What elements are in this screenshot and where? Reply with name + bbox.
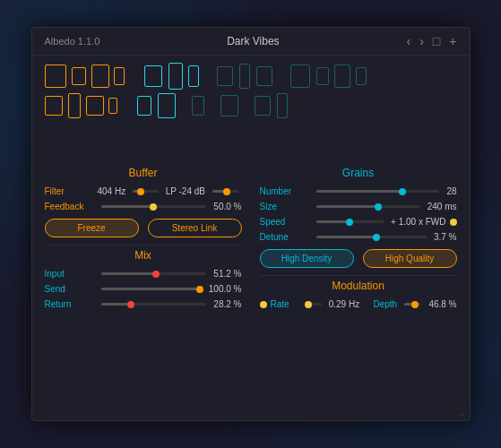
feedback-value: 50.0 % bbox=[213, 202, 241, 211]
high-quality-button[interactable]: High Quality bbox=[363, 249, 457, 268]
number-row: Number 28 bbox=[260, 186, 457, 196]
depth-value: 46.8 % bbox=[428, 299, 456, 309]
detune-label: Detune bbox=[260, 232, 309, 242]
rate-dot bbox=[260, 301, 267, 308]
send-thumb bbox=[196, 286, 203, 293]
rate-value: 0.29 Hz bbox=[329, 299, 359, 309]
return-slider[interactable] bbox=[101, 303, 207, 306]
wblock bbox=[144, 65, 162, 87]
wblock bbox=[86, 96, 104, 116]
waveform-row-2 bbox=[45, 93, 457, 118]
filter-slider[interactable] bbox=[133, 190, 159, 193]
filter-label: Filter bbox=[45, 186, 94, 196]
window-controls: ‹ › □ + bbox=[406, 35, 456, 47]
wblock bbox=[45, 96, 63, 116]
grain-buttons: High Density High Quality bbox=[260, 249, 457, 268]
wblock bbox=[45, 65, 66, 88]
right-panel: Grains Number 28 Size 240 ms bbox=[260, 167, 457, 314]
wblock bbox=[277, 93, 288, 118]
speed-slider[interactable] bbox=[316, 220, 384, 223]
send-label: Send bbox=[45, 284, 94, 294]
wblock bbox=[239, 64, 250, 89]
input-fill bbox=[101, 272, 156, 275]
grains-title: Grains bbox=[260, 167, 457, 179]
resize-handle[interactable]: ⌟ bbox=[460, 407, 464, 417]
size-slider[interactable] bbox=[316, 205, 420, 208]
wblock bbox=[192, 96, 204, 116]
detune-thumb bbox=[373, 234, 380, 241]
wblock bbox=[168, 63, 183, 90]
send-fill bbox=[101, 288, 202, 290]
left-panel: Buffer Filter 404 Hz LP -24 dB Feedback bbox=[45, 167, 242, 314]
feedback-label: Feedback bbox=[45, 202, 94, 211]
filter-hz-value: 404 Hz bbox=[98, 186, 126, 196]
input-label: Input bbox=[45, 269, 94, 279]
feedback-row: Feedback 50.0 % bbox=[45, 202, 242, 211]
title-bar: Albedo 1.1.0 Dark Vibes ‹ › □ + bbox=[32, 28, 470, 56]
wblock bbox=[334, 65, 350, 88]
depth-slider[interactable] bbox=[404, 303, 421, 306]
buffer-buttons: Freeze Stereo Link bbox=[45, 219, 242, 237]
input-slider[interactable] bbox=[101, 272, 207, 275]
return-label: Return bbox=[45, 299, 94, 309]
size-thumb bbox=[375, 203, 382, 211]
speed-row: Speed + 1.00 x FWD bbox=[260, 217, 457, 227]
divider-mod bbox=[260, 275, 457, 276]
feedback-thumb bbox=[150, 203, 157, 211]
wblock bbox=[158, 93, 176, 118]
stereolink-button[interactable]: Stereo Link bbox=[148, 219, 242, 237]
return-value: 28.2 % bbox=[213, 299, 241, 309]
send-row: Send 100.0 % bbox=[45, 284, 242, 294]
number-label: Number bbox=[260, 186, 309, 196]
wblock bbox=[188, 65, 199, 87]
wblock bbox=[114, 67, 125, 85]
nav-next-btn[interactable]: › bbox=[419, 35, 424, 47]
lp-slider[interactable] bbox=[212, 190, 238, 193]
wblock bbox=[217, 66, 233, 86]
buffer-title: Buffer bbox=[45, 167, 242, 179]
plugin-window: Albedo 1.1.0 Dark Vibes ‹ › □ + bbox=[31, 27, 471, 421]
feedback-fill bbox=[101, 205, 154, 208]
detune-slider[interactable] bbox=[316, 236, 427, 238]
filter-thumb bbox=[137, 188, 144, 195]
wblock bbox=[220, 95, 238, 116]
send-value: 100.0 % bbox=[209, 284, 242, 294]
visualizer-area bbox=[32, 56, 470, 163]
size-row: Size 240 ms bbox=[260, 202, 457, 211]
return-thumb bbox=[127, 301, 134, 308]
divider-mix bbox=[45, 245, 242, 246]
size-value: 240 ms bbox=[428, 202, 457, 211]
wblock bbox=[356, 67, 367, 85]
window-btn[interactable]: □ bbox=[433, 35, 440, 47]
size-fill bbox=[316, 205, 379, 208]
speed-thumb bbox=[346, 219, 353, 226]
preset-name: Dark Vibes bbox=[227, 35, 279, 47]
modulation-title: Modulation bbox=[260, 280, 457, 292]
wblock bbox=[316, 67, 329, 85]
plus-btn[interactable]: + bbox=[449, 35, 456, 47]
mod-row: Rate 0.29 Hz Depth 46.8 % bbox=[260, 299, 457, 309]
depth-label: Depth bbox=[363, 299, 397, 309]
wblock bbox=[137, 96, 151, 116]
speed-label: Speed bbox=[260, 217, 309, 227]
lp-value: LP -24 dB bbox=[166, 186, 205, 196]
app-version: Albedo 1.1.0 bbox=[45, 36, 100, 47]
lp-thumb bbox=[223, 188, 230, 195]
nav-prev-btn[interactable]: ‹ bbox=[406, 35, 410, 47]
wblock bbox=[108, 98, 117, 114]
wblock bbox=[256, 66, 272, 86]
speed-dot bbox=[450, 219, 457, 226]
send-slider[interactable] bbox=[101, 288, 202, 290]
wblock bbox=[68, 93, 81, 118]
wblock bbox=[72, 67, 86, 85]
feedback-slider[interactable] bbox=[101, 205, 207, 208]
number-slider[interactable] bbox=[316, 190, 440, 193]
rate-slider[interactable] bbox=[305, 303, 322, 306]
number-value: 28 bbox=[446, 186, 456, 196]
freeze-button[interactable]: Freeze bbox=[45, 219, 139, 237]
high-density-button[interactable]: High Density bbox=[260, 249, 354, 268]
speed-fill bbox=[316, 220, 350, 223]
speed-value: + 1.00 x FWD bbox=[391, 217, 445, 227]
rate-thumb bbox=[305, 301, 312, 308]
number-fill bbox=[316, 190, 403, 193]
